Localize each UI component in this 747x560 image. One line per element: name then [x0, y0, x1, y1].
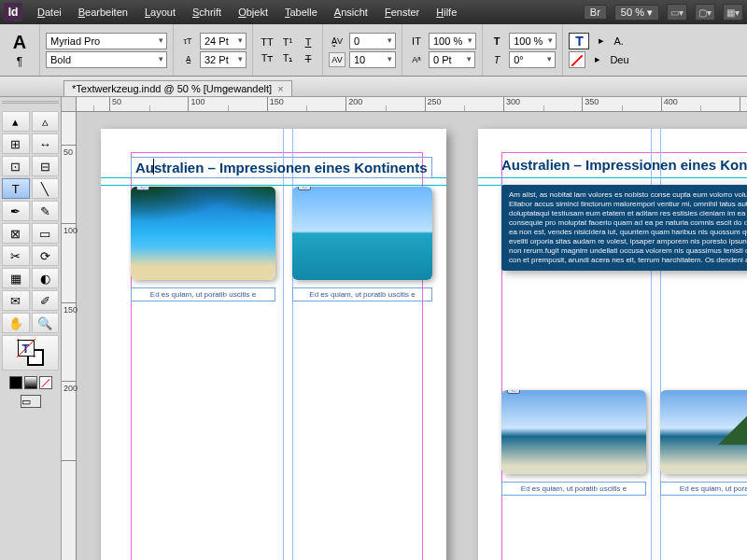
- line-tool[interactable]: ╲: [32, 178, 60, 199]
- smallcaps-button[interactable]: Tᴛ: [259, 51, 275, 66]
- font-family-dropdown[interactable]: Myriad Pro: [46, 33, 167, 49]
- image-frame-palm[interactable]: ⎘: [131, 187, 275, 280]
- apply-color-button[interactable]: [9, 376, 22, 389]
- superscript-button[interactable]: T¹: [279, 35, 296, 49]
- document-tab-label: *Textwerkzeug.indd @ 50 % [Umgewandelt]: [72, 83, 272, 94]
- eyedropper-tool[interactable]: ✐: [32, 290, 60, 311]
- menu-datei[interactable]: Datei: [30, 3, 69, 21]
- canvas[interactable]: 50 100 150 200 250 300 350 400 50 100 15…: [62, 97, 747, 560]
- tab-close-button[interactable]: ×: [277, 83, 283, 94]
- body-text-frame[interactable]: Am alist, as nobitat lam volores es nobi…: [501, 185, 747, 271]
- toolbox: ▴ ▵ ⊞ ↔ ⊡ ⊟ T ╲ ✒ ✎ ⊠ ▭ ✂ ⟳ ▦ ◐ ✉ ✐ ✋ 🔍 …: [0, 97, 62, 560]
- app-logo: Id: [4, 3, 22, 21]
- pasteboard[interactable]: Australien – Impressionen eines Kontinen…: [77, 112, 747, 560]
- hscale-icon: T: [488, 34, 505, 49]
- rectangle-tool[interactable]: ▭: [32, 223, 60, 244]
- hscale-dropdown[interactable]: 100 %: [509, 33, 557, 49]
- content-collector-tool[interactable]: ⊡: [2, 156, 30, 176]
- screen-mode-icon[interactable]: ▢▾: [695, 4, 715, 21]
- gap-tool[interactable]: ↔: [32, 133, 60, 154]
- gradient-swatch-tool[interactable]: ▦: [2, 268, 30, 288]
- baseline-dropdown[interactable]: 0 Pt: [429, 51, 475, 68]
- link-badge-icon: ⎘: [298, 187, 311, 190]
- allcaps-button[interactable]: TT: [259, 35, 275, 49]
- skew-icon: T: [488, 52, 505, 67]
- workspace: ▴ ▵ ⊞ ↔ ⊡ ⊟ T ╲ ✒ ✎ ⊠ ▭ ✂ ⟳ ▦ ◐ ✉ ✐ ✋ 🔍 …: [0, 97, 747, 560]
- ruler-origin[interactable]: [62, 97, 77, 112]
- underline-button[interactable]: T: [300, 35, 317, 49]
- free-transform-tool[interactable]: ⟳: [32, 245, 60, 266]
- rectangle-frame-tool[interactable]: ⊠: [2, 223, 30, 244]
- zoom-dropdown[interactable]: 50 % ▾: [614, 5, 659, 21]
- leading-icon: A̲: [179, 52, 196, 67]
- color-apply-row: [2, 376, 59, 389]
- caption-frame-4[interactable]: Ed es quiam, ut poratib uscitis e: [660, 482, 747, 496]
- paragraph-icon[interactable]: ¶: [17, 55, 22, 68]
- fill-stroke-swatch[interactable]: T: [2, 335, 59, 371]
- tracking-icon: AV: [329, 52, 345, 67]
- selection-tool[interactable]: ▴: [2, 111, 30, 132]
- page-left[interactable]: Australien – Impressionen eines Kontinen…: [101, 129, 446, 560]
- content-placer-tool[interactable]: ⊟: [32, 156, 60, 176]
- menu-hilfe[interactable]: Hilfe: [429, 3, 464, 21]
- char-para-toggle[interactable]: A: [13, 32, 26, 53]
- vscale-dropdown[interactable]: 100 %: [429, 33, 476, 49]
- image-frame-coast1[interactable]: ⎘: [501, 390, 646, 474]
- size-icon: τT: [179, 34, 196, 49]
- char-style-label: A.: [613, 35, 623, 47]
- zoom-tool[interactable]: 🔍: [32, 313, 60, 333]
- page-tool[interactable]: ⊞: [2, 133, 30, 154]
- strikethrough-button[interactable]: T: [300, 51, 317, 66]
- menu-ansicht[interactable]: Ansicht: [327, 3, 375, 21]
- menu-schrift[interactable]: Schrift: [185, 3, 229, 21]
- bridge-button[interactable]: Br: [584, 5, 607, 20]
- subscript-button[interactable]: T₁: [279, 51, 296, 66]
- normal-view-button[interactable]: ▭: [21, 395, 41, 408]
- tracking-dropdown[interactable]: 10: [349, 51, 396, 68]
- apply-none-button[interactable]: [39, 376, 52, 389]
- note-tool[interactable]: ✉: [2, 290, 30, 311]
- char-fill-arrow[interactable]: ▸: [593, 34, 610, 49]
- menu-objekt[interactable]: Objekt: [231, 3, 275, 21]
- headline-text: Australien – Impressionen eines Kontinen…: [135, 160, 428, 175]
- menu-layout[interactable]: Layout: [137, 3, 183, 21]
- headline-frame-left[interactable]: Australien – Impressionen eines Kontinen…: [131, 157, 432, 178]
- arrange-docs-icon[interactable]: ▦▾: [723, 4, 743, 21]
- gradient-feather-tool[interactable]: ◐: [32, 268, 60, 288]
- image-frame-bay[interactable]: ⎘: [292, 187, 432, 280]
- type-tool[interactable]: T: [2, 178, 30, 199]
- pencil-tool[interactable]: ✎: [32, 201, 60, 221]
- horizontal-ruler[interactable]: 50 100 150 200 250 300 350 400: [77, 97, 747, 112]
- page-right[interactable]: Australien – Impressionen eines Kontinen…: [478, 129, 747, 560]
- view-options-icon[interactable]: ▭▾: [667, 4, 687, 21]
- menu-fenster[interactable]: Fenster: [377, 3, 427, 21]
- skew-dropdown[interactable]: 0°: [509, 51, 556, 68]
- char-fill-swatch[interactable]: T: [569, 33, 589, 49]
- caption-frame-3[interactable]: Ed es quiam, ut poratib uscitis e: [501, 482, 646, 496]
- leading-dropdown[interactable]: 32 Pt: [200, 51, 247, 68]
- font-weight-dropdown[interactable]: Bold: [46, 51, 167, 68]
- vertical-ruler[interactable]: 50 100 150 200: [62, 112, 77, 560]
- headline-text-right: Australien – Impressionen eines Kontinen…: [501, 157, 747, 173]
- char-stroke-arrow[interactable]: ▸: [589, 52, 606, 67]
- menu-bearbeiten[interactable]: Bearbeiten: [71, 3, 135, 21]
- caption-frame-2[interactable]: Ed es quiam, ut poratib uscitis e: [292, 287, 432, 301]
- apply-gradient-button[interactable]: [24, 376, 37, 389]
- image-frame-coast2[interactable]: ?: [660, 390, 747, 474]
- kerning-dropdown[interactable]: 0: [349, 33, 396, 49]
- scissors-tool[interactable]: ✂: [2, 245, 30, 266]
- main-menu: Datei Bearbeiten Layout Schrift Objekt T…: [30, 3, 464, 21]
- direct-selection-tool[interactable]: ▵: [32, 111, 60, 132]
- document-tab[interactable]: *Textwerkzeug.indd @ 50 % [Umgewandelt] …: [63, 80, 292, 96]
- text-cursor: [153, 159, 154, 175]
- caption-frame-1[interactable]: Ed es quiam, ut poratib uscitis e: [131, 287, 275, 301]
- font-size-dropdown[interactable]: 24 Pt: [200, 33, 247, 49]
- char-stroke-swatch[interactable]: [569, 51, 585, 68]
- menu-tabelle[interactable]: Tabelle: [277, 3, 325, 21]
- hand-tool[interactable]: ✋: [2, 313, 30, 333]
- pen-tool[interactable]: ✒: [2, 201, 30, 221]
- kerning-icon: A̮V: [329, 34, 345, 49]
- headline-frame-right[interactable]: Australien – Impressionen eines Kontinen…: [501, 157, 747, 173]
- document-tabs: *Textwerkzeug.indd @ 50 % [Umgewandelt] …: [0, 77, 747, 97]
- baseline-icon: Aª: [408, 52, 425, 67]
